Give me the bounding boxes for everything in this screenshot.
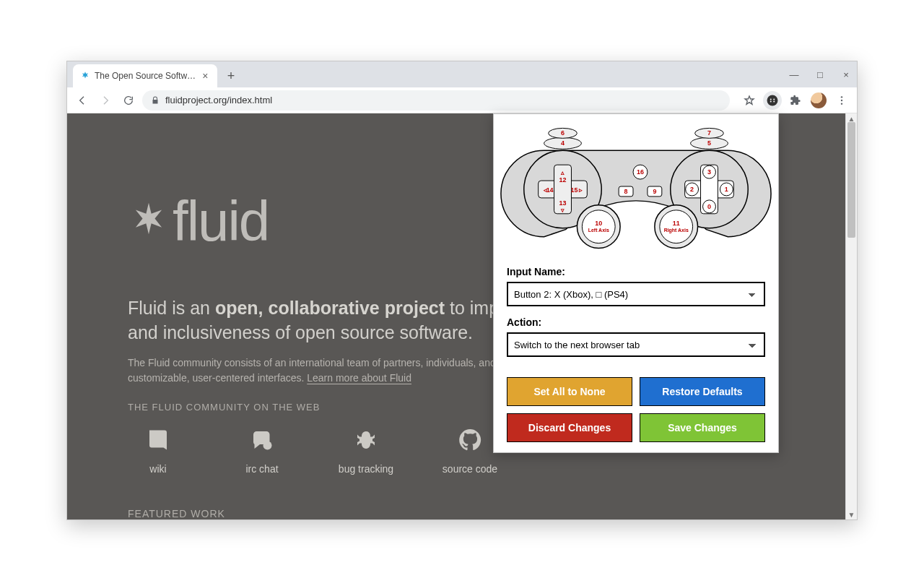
kebab-menu-icon[interactable] [832, 91, 851, 110]
browser-tab[interactable]: The Open Source Software Comm × [73, 64, 217, 87]
back-icon[interactable] [73, 91, 92, 110]
asterisk-logo-icon [128, 199, 170, 244]
featured-heading: FEATURED WORK [128, 508, 845, 519]
stick-left-num: 10 [595, 220, 602, 227]
address-input[interactable]: fluidproject.org/index.html [142, 90, 730, 111]
svg-point-6 [841, 99, 842, 100]
popup-buttons: Set All to None Restore Defaults Discard… [507, 377, 765, 442]
tab-favicon-icon [80, 71, 90, 81]
github-icon [457, 427, 483, 453]
tab-strip: The Open Source Software Comm × + — □ × [67, 61, 857, 87]
learn-more-link[interactable]: Learn more about Fluid [307, 372, 411, 384]
shoulder-4: 4 [561, 139, 565, 147]
stick-right-num: 11 [673, 220, 680, 227]
irc-label: irc chat [245, 463, 278, 475]
gamepad-diagram: ▵ 12 13 ▿ ◃ 14 15 ▹ 3 2 1 0 [494, 114, 778, 257]
profile-avatar-icon[interactable] [809, 91, 828, 110]
center-button-16: 16 [637, 168, 644, 176]
window-controls: — □ × [788, 61, 853, 87]
svg-point-0 [767, 95, 778, 105]
close-window-icon[interactable]: × [840, 69, 853, 80]
bug-label: bug tracking [339, 463, 393, 475]
forward-icon[interactable] [96, 91, 115, 110]
input-name-label: Input Name: [507, 266, 765, 277]
dpad-up-num: 12 [559, 176, 567, 184]
svg-point-2 [773, 98, 775, 100]
svg-point-8 [263, 441, 272, 449]
svg-point-7 [841, 103, 842, 104]
stick-left-label: Left Axis [588, 228, 609, 233]
action-label: Action: [507, 316, 765, 328]
tab-close-icon[interactable]: × [201, 71, 210, 81]
popup-form: Input Name: Button 2: X (Xbox), □ (PS4) … [494, 257, 778, 442]
bug-icon [353, 427, 379, 453]
maximize-icon[interactable]: □ [814, 69, 827, 80]
lock-icon [151, 96, 160, 105]
reload-icon[interactable] [119, 91, 138, 110]
bookmark-star-icon[interactable] [740, 91, 759, 110]
source-link[interactable]: source code [440, 427, 500, 475]
svg-point-5 [841, 96, 842, 98]
dpad-right-label: ▹ [578, 186, 583, 194]
toolbar-icons [734, 91, 851, 110]
dpad-down-num: 13 [559, 199, 567, 207]
scrollbar[interactable]: ▲ ▼ [845, 113, 857, 519]
trigger-7: 7 [707, 129, 711, 137]
gamepad-extension-popup: ▵ 12 13 ▿ ◃ 14 15 ▹ 3 2 1 0 [493, 113, 779, 453]
face-button-0: 0 [707, 203, 711, 210]
restore-defaults-button[interactable]: Restore Defaults [640, 377, 765, 406]
save-changes-button[interactable]: Save Changes [640, 413, 765, 442]
logo-text: fluid [173, 189, 269, 254]
headline-bold: open, collaborative project [215, 298, 445, 318]
dpad-up-label: ▵ [560, 169, 565, 176]
source-label: source code [443, 463, 497, 475]
bug-link[interactable]: bug tracking [336, 427, 396, 475]
address-bar: fluidproject.org/index.html [67, 87, 857, 113]
svg-point-4 [773, 100, 775, 102]
url-text: fluidproject.org/index.html [165, 95, 272, 105]
input-name-select[interactable]: Button 2: X (Xbox), □ (PS4) [507, 282, 765, 306]
dpad-right-num: 15 [570, 186, 578, 194]
gamepad-extension-icon[interactable] [763, 91, 782, 110]
book-icon [145, 427, 171, 453]
scroll-down-icon[interactable]: ▼ [846, 509, 857, 519]
browser-window: The Open Source Software Comm × + — □ × … [66, 61, 858, 520]
chat-icon [249, 427, 275, 453]
dpad-left-num: 14 [546, 186, 554, 194]
shoulder-5: 5 [707, 139, 711, 147]
minimize-icon[interactable]: — [788, 69, 801, 80]
center-button-9: 9 [653, 188, 656, 195]
face-button-2: 2 [690, 186, 694, 193]
scroll-thumb[interactable] [847, 122, 855, 238]
wiki-link[interactable]: wiki [128, 427, 188, 475]
discard-changes-button[interactable]: Discard Changes [507, 413, 632, 442]
wiki-label: wiki [149, 463, 166, 475]
dpad-down-label: ▿ [560, 207, 565, 214]
extensions-puzzle-icon[interactable] [786, 91, 805, 110]
set-all-none-button[interactable]: Set All to None [507, 377, 632, 406]
face-button-3: 3 [707, 168, 711, 176]
center-button-8: 8 [624, 188, 628, 195]
irc-link[interactable]: irc chat [232, 427, 292, 475]
stick-right-label: Right Axis [664, 228, 689, 233]
face-button-1: 1 [725, 186, 728, 193]
action-select[interactable]: Switch to the next browser tab [507, 332, 765, 357]
new-tab-button[interactable]: + [222, 66, 240, 85]
svg-point-3 [770, 100, 772, 102]
tab-title: The Open Source Software Comm [95, 71, 196, 81]
headline-prefix: Fluid is an [128, 298, 215, 318]
trigger-6: 6 [561, 129, 565, 137]
svg-point-1 [770, 98, 772, 100]
